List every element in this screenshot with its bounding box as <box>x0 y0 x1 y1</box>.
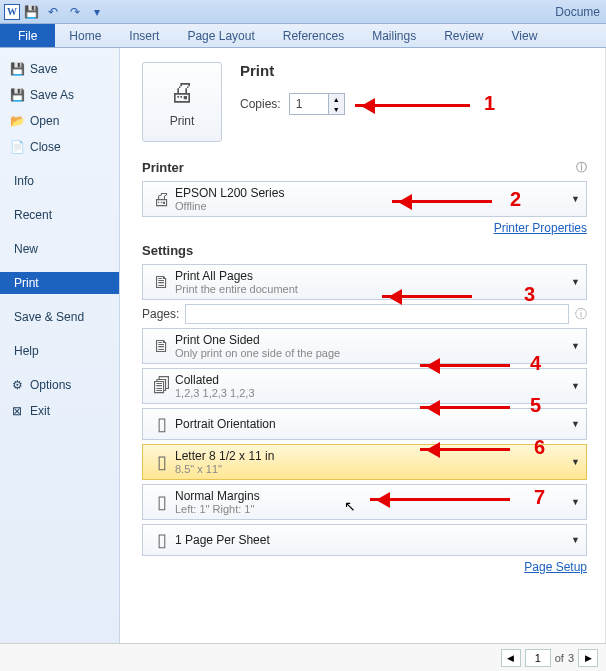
quick-access-toolbar: W 💾 ↶ ↷ ▾ Docume <box>0 0 606 24</box>
copies-label: Copies: <box>240 97 281 111</box>
sidebar-item-label: Open <box>30 114 59 128</box>
tab-insert[interactable]: Insert <box>115 24 173 47</box>
sidebar-item-label: Save As <box>30 88 74 102</box>
page-icon: ▯ <box>149 451 175 473</box>
annotation-arrow <box>355 104 470 107</box>
qat-redo-icon[interactable]: ↷ <box>64 2 86 22</box>
chevron-down-icon: ▼ <box>571 457 580 467</box>
printer-icon: 🖨 <box>169 77 195 108</box>
printer-status: Offline <box>175 200 580 212</box>
copies-spinner[interactable]: 1 ▲ ▼ <box>289 93 345 115</box>
ribbon-tabs: File Home Insert Page Layout References … <box>0 24 606 48</box>
options-icon: ⚙ <box>10 378 24 392</box>
sidebar-item-recent[interactable]: Recent <box>0 204 119 226</box>
print-panel: 🖨 Print Print Copies: 1 ▲ ▼ P <box>120 48 606 643</box>
sides-selector[interactable]: 🗎 Print One Sided Only print on one side… <box>142 328 587 364</box>
sidebar-item-open[interactable]: 📂 Open <box>0 110 119 132</box>
page-separator: of <box>555 652 564 664</box>
sidebar-item-label: Save & Send <box>14 310 84 324</box>
chevron-down-icon: ▼ <box>571 194 580 204</box>
annotation-arrow <box>420 406 510 409</box>
sidebar-item-label: Print <box>14 276 39 290</box>
tab-page-layout[interactable]: Page Layout <box>173 24 268 47</box>
sidebar-item-label: Help <box>14 344 39 358</box>
printer-heading: Printer ⓘ <box>142 160 587 175</box>
annotation-arrow <box>382 295 472 298</box>
tab-mailings[interactable]: Mailings <box>358 24 430 47</box>
paper-size-selector[interactable]: ▯ Letter 8 1/2 x 11 in 8.5" x 11" ▼ <box>142 444 587 480</box>
printer-name: EPSON L200 Series <box>175 186 580 200</box>
sidebar-item-info[interactable]: Info <box>0 170 119 192</box>
sheet-icon: ▯ <box>149 529 175 551</box>
save-icon: 💾 <box>10 62 24 76</box>
chevron-down-icon: ▼ <box>571 277 580 287</box>
page-total: 3 <box>568 652 574 664</box>
save-as-icon: 💾 <box>10 88 24 102</box>
info-icon[interactable]: ⓘ <box>576 160 587 175</box>
prev-page-button[interactable]: ◀ <box>501 649 521 667</box>
word-app-icon: W <box>4 4 20 20</box>
sidebar-item-help[interactable]: Help <box>0 340 119 362</box>
sidebar-item-label: New <box>14 242 38 256</box>
tab-references[interactable]: References <box>269 24 358 47</box>
copies-decrement[interactable]: ▼ <box>328 104 344 114</box>
sidebar-item-exit[interactable]: ⊠ Exit <box>0 400 119 422</box>
printer-properties-link[interactable]: Printer Properties <box>494 221 587 235</box>
orientation-selector[interactable]: ▯ Portrait Orientation ▼ <box>142 408 587 440</box>
portrait-icon: ▯ <box>149 413 175 435</box>
chevron-down-icon: ▼ <box>571 381 580 391</box>
close-icon: 📄 <box>10 140 24 154</box>
pages-input[interactable] <box>185 304 569 324</box>
copies-increment[interactable]: ▲ <box>328 94 344 104</box>
sidebar-item-new[interactable]: New <box>0 238 119 260</box>
print-button[interactable]: 🖨 Print <box>142 62 222 142</box>
open-icon: 📂 <box>10 114 24 128</box>
sidebar-item-label: Close <box>30 140 61 154</box>
printer-selector[interactable]: 🖨 EPSON L200 Series Offline ▼ <box>142 181 587 217</box>
document-title: Docume <box>555 5 600 19</box>
annotation-arrow <box>370 498 510 501</box>
pages-per-sheet-selector[interactable]: ▯ 1 Page Per Sheet ▼ <box>142 524 587 556</box>
sidebar-item-label: Options <box>30 378 71 392</box>
collation-selector[interactable]: 🗐 Collated 1,2,3 1,2,3 1,2,3 ▼ <box>142 368 587 404</box>
tab-home[interactable]: Home <box>55 24 115 47</box>
annotation-arrow <box>420 364 510 367</box>
page-icon: 🗎 <box>149 336 175 357</box>
margins-selector[interactable]: ▯ Normal Margins Left: 1" Right: 1" ▼ <box>142 484 587 520</box>
sidebar-item-label: Recent <box>14 208 52 222</box>
qat-customize-icon[interactable]: ▾ <box>86 2 108 22</box>
tab-file[interactable]: File <box>0 24 55 47</box>
page-navigation: ◀ of 3 ▶ <box>0 643 606 671</box>
sidebar-item-label: Save <box>30 62 57 76</box>
sidebar-item-close[interactable]: 📄 Close <box>0 136 119 158</box>
annotation-arrow <box>420 448 510 451</box>
print-heading: Print <box>240 62 345 79</box>
current-page-input[interactable] <box>525 649 551 667</box>
tab-view[interactable]: View <box>498 24 552 47</box>
sidebar-item-save-send[interactable]: Save & Send <box>0 306 119 328</box>
sidebar-item-options[interactable]: ⚙ Options <box>0 374 119 396</box>
chevron-down-icon: ▼ <box>571 535 580 545</box>
annotation-arrow <box>392 200 492 203</box>
qat-undo-icon[interactable]: ↶ <box>42 2 64 22</box>
collate-icon: 🗐 <box>149 376 175 397</box>
qat-save-icon[interactable]: 💾 <box>20 2 42 22</box>
pages-label: Pages: <box>142 307 179 321</box>
sidebar-item-label: Exit <box>30 404 50 418</box>
sidebar-item-print[interactable]: Print <box>0 272 119 294</box>
page-setup-link[interactable]: Page Setup <box>524 560 587 574</box>
sidebar-item-save[interactable]: 💾 Save <box>0 58 119 80</box>
print-button-label: Print <box>170 114 195 128</box>
tab-review[interactable]: Review <box>430 24 497 47</box>
sidebar-item-label: Info <box>14 174 34 188</box>
next-page-button[interactable]: ▶ <box>578 649 598 667</box>
info-icon[interactable]: ⓘ <box>575 306 587 323</box>
copies-value: 1 <box>296 97 303 111</box>
sidebar-item-save-as[interactable]: 💾 Save As <box>0 84 119 106</box>
settings-heading: Settings <box>142 243 587 258</box>
backstage-sidebar: 💾 Save 💾 Save As 📂 Open 📄 Close Info Rec… <box>0 48 120 643</box>
chevron-down-icon: ▼ <box>571 497 580 507</box>
chevron-down-icon: ▼ <box>571 419 580 429</box>
print-range-selector[interactable]: 🗎 Print All Pages Print the entire docum… <box>142 264 587 300</box>
document-icon: 🗎 <box>149 272 175 293</box>
